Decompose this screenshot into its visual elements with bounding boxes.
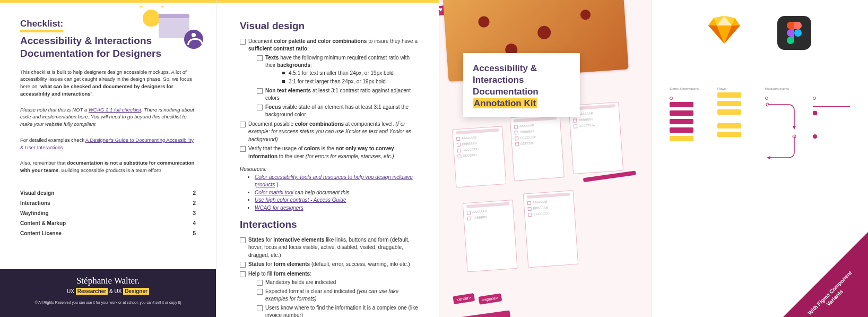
text-bold: form elements <box>274 261 310 267</box>
toc-page: 2 <box>193 190 196 196</box>
text-bold: color palette and color combinations <box>274 38 367 44</box>
annotation-pill <box>717 101 741 106</box>
checklist-subitem: Focus visible state of an element has at… <box>257 104 421 119</box>
bullet-item: 3:1 for text larger than 24px, or 19px b… <box>282 78 421 86</box>
text: Verify that the usage of <box>248 145 304 151</box>
annotation-kit-preview: Gluten Free Pan Pizza GLUTEN FREE MAIN D… <box>439 0 652 317</box>
annotation-dot <box>813 134 817 139</box>
toc-label: Content & Markup <box>20 220 66 226</box>
resource-item: Color matrix tool can help document this <box>255 189 421 197</box>
text-bold: Non text elements <box>265 88 311 93</box>
text: Also, remember that <box>20 160 67 166</box>
flow-curve <box>765 134 802 166</box>
section-heading-visual-design: Visual design <box>240 19 421 33</box>
text: Expected format is clear and indicated <box>265 288 357 294</box>
accessibility-person-icon <box>184 30 203 49</box>
text: can help document this <box>293 190 350 195</box>
text: : <box>307 46 309 52</box>
toc-row: Visual design2 <box>20 188 196 198</box>
checklist-item: States for interactive elements like lin… <box>240 236 421 260</box>
text: is the <box>320 145 335 151</box>
text: Please note that this is NOT a <box>20 107 89 113</box>
annotation-pill <box>670 136 693 141</box>
text-bold: interactive elements <box>273 237 324 243</box>
text: to the user <box>277 153 306 159</box>
checklist-item: Document color palette and color combina… <box>240 38 421 119</box>
examples-paragraph: For detailed examples check A Designer's… <box>20 136 196 151</box>
checklist-visual-design: Document color palette and color combina… <box>240 38 421 161</box>
svg-point-6 <box>794 29 802 37</box>
col-title: States & interactions <box>670 87 707 90</box>
annotation-pill <box>717 123 741 128</box>
title-highlight: Annotation Kit <box>473 98 537 108</box>
text: UX <box>67 288 74 294</box>
resource-item: WCAG for designers <box>255 204 421 212</box>
checklist-subitem: Users know where to find the information… <box>257 304 421 317</box>
footer: Stéphanie Walter. UX Researcher & UX Des… <box>0 269 216 317</box>
resource-link[interactable]: Use high color contrast - Access Guide <box>255 197 346 203</box>
resource-link[interactable]: Color accessibility: tools and resources… <box>255 174 413 188</box>
bullet-item: 4.5:1 for text smaller than 24px, or 19p… <box>282 70 421 78</box>
text: visible state of an element has at least… <box>265 104 409 118</box>
figma-logo-icon <box>777 16 811 50</box>
section-heading-interactions: Interactions <box>240 217 421 232</box>
toc-row: Content & Markup4 <box>20 218 196 228</box>
wireframe-card: AAAAAABBBBBBBBCCCCCCC <box>523 190 579 268</box>
col-title <box>813 87 850 90</box>
toc-row: Interactions2 <box>20 198 196 208</box>
text: For detailed examples check <box>20 137 85 143</box>
toc-label: Content License <box>20 230 62 236</box>
toc-page: 2 <box>193 200 196 206</box>
resource-link[interactable]: WCAG for designers <box>255 205 303 211</box>
text: & UX <box>108 288 121 294</box>
table-of-contents: Visual design2 Interactions2 Wayfinding3… <box>20 188 196 238</box>
col-title: Keyboard events <box>765 87 802 90</box>
intro-paragraph: This checklist is built to help designer… <box>20 68 196 98</box>
checklist-item: Document possible color combinations at … <box>240 121 421 144</box>
resource-item: Color accessibility: tools and resources… <box>255 174 421 189</box>
resources-list: Color accessibility: tools and resources… <box>240 174 421 212</box>
toc-page: 3 <box>193 210 196 216</box>
annotation-components-grid: States & interactions Flows Keyboard eve… <box>662 87 857 166</box>
svg-marker-8 <box>793 126 796 130</box>
dot-icon <box>813 97 816 100</box>
annotation-pill <box>717 109 741 115</box>
title-line: Documentation <box>473 86 570 98</box>
col-title: Flows <box>717 87 754 90</box>
toc-row: Wayfinding3 <box>20 208 196 218</box>
checklist-item: Verify that the usage of colors is the n… <box>240 145 421 160</box>
keyboard-tag-enter: <enter> <box>453 293 474 304</box>
note-paragraph: Please note that this is NOT a WCAG 2.1 … <box>20 106 196 128</box>
illustration <box>143 10 201 47</box>
text-bold: Focus <box>265 104 281 110</box>
toc-label: Visual design <box>20 190 54 196</box>
annotation-column: States & interactions <box>670 87 707 166</box>
toc-label: Wayfinding <box>20 210 49 216</box>
annotation-dot <box>813 111 817 115</box>
checklist-cover-page: Checklist: Accessibility & Interactions … <box>0 0 216 317</box>
text: : <box>310 62 312 68</box>
checklist-interactions: States for interactive elements like lin… <box>240 236 421 317</box>
dot-icon <box>765 97 768 100</box>
text: to fill <box>260 271 274 277</box>
title-line: Interactions <box>473 74 570 86</box>
wcag-link[interactable]: WCAG 2.1 full checklist <box>89 107 141 113</box>
text: for <box>265 261 274 267</box>
text-bold: colors <box>304 145 320 151</box>
resource-link[interactable]: Color matrix tool <box>255 190 293 195</box>
sketch-logo-icon <box>708 16 740 44</box>
checklist-subitem: Non text elements at least 3:1 contrast … <box>257 87 421 102</box>
role-highlight: Designer <box>123 288 149 295</box>
role-highlight: Researcher <box>76 288 108 295</box>
checklist-content-page: Visual design Document color palette and… <box>216 0 439 317</box>
text-bold: what can be checked and documented by de… <box>20 83 173 97</box>
tool-logos <box>662 16 857 50</box>
text: Document possible <box>248 121 295 127</box>
annotation-column: Keyboard events <box>765 87 802 166</box>
flow-curve <box>765 102 802 134</box>
text: (default, error, success, warning, info … <box>310 261 410 267</box>
resource-item: Use high color contrast - Access Guide <box>255 196 421 204</box>
text-bold: Texts <box>265 55 279 61</box>
annotation-pill <box>670 119 693 124</box>
checklist-subitem: Texts have the following minimum require… <box>257 54 421 86</box>
